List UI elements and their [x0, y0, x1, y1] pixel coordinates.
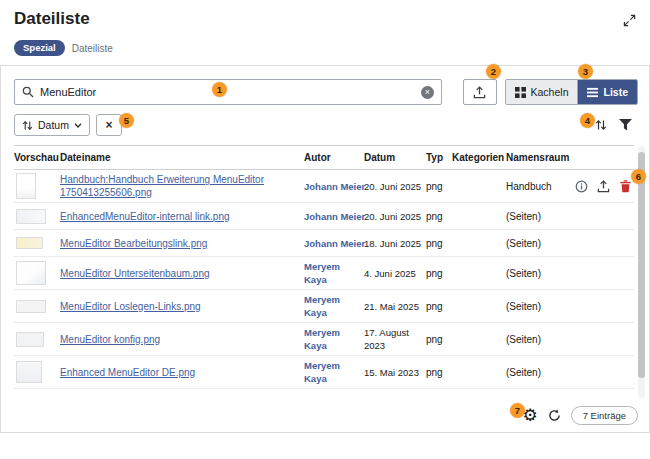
file-type: png [426, 267, 452, 280]
view-liste-label: Liste [603, 86, 628, 98]
file-namespace: (Seiten) [506, 333, 570, 346]
toolbar-right-group: Kacheln Liste [463, 79, 638, 105]
file-table-header: Vorschau Dateiname Autor Datum Typ Kateg… [14, 145, 634, 170]
file-thumbnail[interactable] [16, 300, 46, 313]
table-row[interactable]: MenuEditor Unterseitenbaum.png Meryem Ka… [14, 257, 634, 290]
file-type: png [426, 237, 452, 250]
file-name-link[interactable]: MenuEditor Loslegen-Links.png [60, 301, 201, 312]
remove-sort-button[interactable]: × [96, 114, 122, 136]
toolbar-secondary: Datum × [0, 105, 650, 142]
info-icon[interactable] [575, 180, 588, 193]
entry-count-button[interactable]: 7 Einträge [571, 406, 638, 425]
row-upload-icon[interactable] [597, 180, 610, 193]
scrollbar-thumb[interactable] [638, 152, 645, 378]
header-datum[interactable]: Datum [364, 151, 426, 164]
file-date: 18. Juni 2025 [364, 237, 426, 250]
file-type: png [426, 333, 452, 346]
file-namespace: (Seiten) [506, 300, 570, 313]
file-type: png [426, 300, 452, 313]
table-row[interactable]: MenuEditor Loslegen-Links.png Meryem Kay… [14, 290, 634, 323]
view-liste-button[interactable]: Liste [578, 80, 637, 104]
file-type: png [426, 210, 452, 223]
view-kacheln-label: Kacheln [531, 86, 569, 98]
author-link[interactable]: Meryem Kaya [304, 294, 340, 318]
file-name-link[interactable]: MenuEditor Unterseitenbaum.png [60, 268, 210, 279]
view-toggle: Kacheln Liste [505, 79, 638, 105]
filelist-panel: × Kacheln [0, 65, 650, 433]
header-dateiname[interactable]: Dateiname [60, 151, 304, 164]
search-icon [22, 86, 34, 98]
file-namespace: (Seiten) [506, 366, 570, 379]
view-kacheln-button[interactable]: Kacheln [506, 80, 579, 104]
expand-icon[interactable] [621, 11, 638, 33]
author-link[interactable]: Johann Meier [304, 211, 365, 222]
chevron-down-icon [74, 123, 82, 128]
table-row[interactable]: EnhancedMenuEditor-internal link.png Joh… [14, 203, 634, 230]
author-link[interactable]: Johann Meier [304, 181, 365, 192]
file-thumbnail[interactable] [16, 261, 46, 285]
file-namespace: (Seiten) [506, 210, 570, 223]
file-namespace: (Seiten) [506, 267, 570, 280]
sort-controls: Datum × [14, 114, 122, 136]
file-date: 21. Mai 2025 [364, 300, 426, 313]
file-date: 20. Juni 2025 [364, 180, 426, 193]
table-row[interactable]: Enhanced MenuEditor DE.png Meryem Kaya 1… [14, 356, 634, 389]
refresh-button[interactable] [548, 409, 561, 422]
sort-toggle-icon[interactable] [595, 119, 607, 131]
vertical-scrollbar[interactable] [638, 146, 645, 398]
file-date: 17. August 2023 [364, 326, 426, 352]
author-link[interactable]: Meryem Kaya [304, 360, 340, 384]
upload-button[interactable] [463, 79, 497, 105]
breadcrumb-spezial-badge[interactable]: Spezial [14, 40, 65, 56]
upload-icon [473, 86, 486, 99]
sort-field-label: Datum [38, 119, 69, 131]
page-title: Dateiliste [14, 9, 90, 29]
author-link[interactable]: Meryem Kaya [304, 261, 340, 285]
table-tools [595, 119, 634, 131]
toolbar-primary: × Kacheln [0, 66, 650, 105]
author-link[interactable]: Johann Meier [304, 238, 365, 249]
header-kategorien[interactable]: Kategorien [452, 151, 506, 164]
file-name-link[interactable]: Enhanced MenuEditor DE.png [60, 367, 195, 378]
filter-funnel-icon[interactable] [619, 119, 632, 131]
header-typ[interactable]: Typ [426, 151, 452, 164]
file-type: png [426, 366, 452, 379]
header-namensraum[interactable]: Namensraum [506, 151, 570, 164]
file-name-link[interactable]: Handbuch:Handbuch Erweiterung MenuEditor… [60, 174, 264, 198]
file-type: png [426, 180, 452, 193]
file-name-link[interactable]: MenuEditor konfig.png [60, 334, 160, 345]
sort-field-select[interactable]: Datum [14, 114, 90, 136]
file-thumbnail[interactable] [16, 332, 44, 347]
header-vorschau[interactable]: Vorschau [14, 151, 60, 164]
search-input[interactable] [40, 86, 415, 98]
file-thumbnail[interactable] [16, 237, 43, 249]
sort-updown-icon [22, 120, 33, 131]
search-box: × [14, 79, 442, 105]
table-footer: ⚙ 7 Einträge [522, 406, 638, 425]
clear-search-icon[interactable]: × [421, 86, 434, 99]
file-date: 15. Mai 2023 [364, 366, 426, 379]
settings-button[interactable]: ⚙ [522, 407, 537, 425]
list-icon [587, 87, 598, 98]
header-autor[interactable]: Autor [304, 151, 364, 164]
file-thumbnail[interactable] [16, 173, 36, 199]
breadcrumb: Spezial Dateiliste [0, 33, 650, 65]
file-table: Vorschau Dateiname Autor Datum Typ Kateg… [14, 145, 634, 389]
file-name-link[interactable]: MenuEditor Bearbeitungslink.png [60, 238, 207, 249]
refresh-icon [548, 409, 561, 422]
author-link[interactable]: Meryem Kaya [304, 327, 340, 351]
file-namespace: (Seiten) [506, 237, 570, 250]
breadcrumb-current: Dateiliste [72, 43, 113, 54]
dateiliste-page: Dateiliste Spezial Dateiliste × [0, 0, 650, 459]
file-namespace: Handbuch [506, 180, 570, 193]
titlebar: Dateiliste [0, 0, 650, 33]
file-date: 4. Juni 2025 [364, 267, 426, 280]
delete-trash-icon[interactable] [619, 179, 632, 193]
file-thumbnail[interactable] [16, 361, 42, 383]
gear-icon: ⚙ [522, 407, 537, 425]
file-thumbnail[interactable] [16, 209, 46, 224]
table-row[interactable]: MenuEditor Bearbeitungslink.png Johann M… [14, 230, 634, 257]
file-name-link[interactable]: EnhancedMenuEditor-internal link.png [60, 211, 230, 222]
table-row[interactable]: MenuEditor konfig.png Meryem Kaya 17. Au… [14, 323, 634, 356]
table-row[interactable]: Handbuch:Handbuch Erweiterung MenuEditor… [14, 170, 634, 203]
